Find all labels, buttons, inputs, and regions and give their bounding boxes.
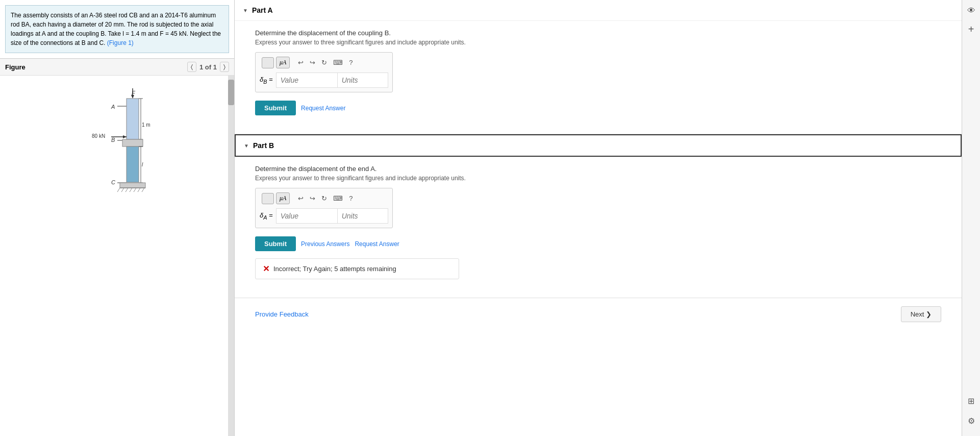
next-button[interactable]: Next ❯ <box>901 306 941 322</box>
svg-line-31 <box>142 188 144 192</box>
part-b-toolbar: μA ↩ ↪ ↻ ⌨ ? <box>260 192 388 204</box>
refresh-icon-b[interactable]: ↻ <box>319 193 329 203</box>
sidebar-eye-icon[interactable]: 👁 <box>965 4 977 17</box>
mu-button-a[interactable]: μA <box>276 57 290 68</box>
part-b-request-answer-link[interactable]: Request Answer <box>355 240 399 248</box>
matrix-button-b[interactable] <box>262 193 274 204</box>
svg-text:1 m: 1 m <box>142 122 150 128</box>
part-b-answer-container: μA ↩ ↪ ↻ ⌨ ? δA = <box>255 188 393 228</box>
part-b-input-row: δA = <box>260 208 388 224</box>
sidebar-settings-icon[interactable]: ⚙ <box>966 414 977 428</box>
help-icon-b[interactable]: ? <box>347 193 355 203</box>
redo-icon-a[interactable]: ↪ <box>308 58 317 67</box>
problem-text: The assembly consists of an A-36 steel r… <box>5 5 229 53</box>
matrix-button-a[interactable] <box>262 57 274 68</box>
part-b-units-input[interactable] <box>337 208 388 224</box>
part-a-label: Part A <box>252 6 273 14</box>
svg-rect-5 <box>127 99 139 139</box>
part-b-label: Part B <box>253 141 274 150</box>
figure-label: Figure <box>5 63 26 71</box>
svg-rect-15 <box>122 139 143 147</box>
part-b-instruction: Express your answer to three significant… <box>255 175 941 182</box>
svg-text:C: C <box>111 179 115 185</box>
part-b-submit-button[interactable]: Submit <box>255 236 296 251</box>
part-a-header[interactable]: ▼ Part A <box>235 0 962 21</box>
left-panel: The assembly consists of an A-36 steel r… <box>0 0 235 436</box>
figure-content: F A 80 kN 1 m <box>0 76 234 436</box>
part-b-section: ▼ Part B Determine the displacement of t… <box>235 134 962 298</box>
provide-feedback-button[interactable]: Provide Feedback <box>255 310 309 318</box>
part-a-action-row: Submit Request Answer <box>255 101 941 115</box>
part-a-input-row: δB = <box>260 72 388 88</box>
part-b-previous-answers-link[interactable]: Previous Answers <box>301 240 349 248</box>
part-a-input-label: δB = <box>260 76 273 85</box>
sidebar-grid-icon[interactable]: ⊞ <box>966 394 976 408</box>
part-a-instruction: Express your answer to three significant… <box>255 39 941 46</box>
keyboard-icon-a[interactable]: ⌨ <box>331 58 345 67</box>
figure-page: 1 of 1 <box>199 63 217 71</box>
svg-line-25 <box>117 188 120 192</box>
error-text: Incorrect; Try Again; 5 attempts remaini… <box>273 265 396 273</box>
figure-next-button[interactable]: 〉 <box>220 62 229 72</box>
svg-line-27 <box>125 188 128 192</box>
svg-rect-16 <box>127 147 139 182</box>
svg-text:80 kN: 80 kN <box>92 133 105 139</box>
redo-icon-b[interactable]: ↪ <box>308 193 317 203</box>
svg-marker-8 <box>123 135 127 138</box>
svg-line-28 <box>130 188 132 192</box>
undo-icon-b[interactable]: ↩ <box>296 193 306 203</box>
part-a-section: ▼ Part A Determine the displacement of t… <box>235 0 962 134</box>
figure-prev-button[interactable]: 〈 <box>187 62 196 72</box>
figure-nav: 〈 1 of 1 〉 <box>187 62 229 72</box>
part-b-error-message: ✕ Incorrect; Try Again; 5 attempts remai… <box>255 258 459 279</box>
error-icon: ✕ <box>263 264 269 274</box>
undo-icon-a[interactable]: ↩ <box>296 58 306 67</box>
svg-text:B: B <box>111 137 115 143</box>
figure-panel: Figure 〈 1 of 1 〉 F A <box>0 58 234 436</box>
mu-button-b[interactable]: μA <box>276 192 290 204</box>
keyboard-icon-b[interactable]: ⌨ <box>331 193 345 203</box>
svg-line-26 <box>121 188 124 192</box>
part-a-toolbar: μA ↩ ↪ ↻ ⌨ ? <box>260 57 388 68</box>
part-a-body: Determine the displacement of the coupli… <box>235 21 962 124</box>
part-a-submit-button[interactable]: Submit <box>255 101 296 115</box>
sidebar-bottom: ⊞ ⚙ <box>966 394 977 432</box>
part-b-header[interactable]: ▼ Part B <box>235 134 962 157</box>
bottom-actions: Provide Feedback Next ❯ <box>235 298 962 330</box>
part-b-body: Determine the displacement of the end A.… <box>235 157 962 287</box>
part-a-triangle: ▼ <box>243 8 248 13</box>
part-b-value-input[interactable] <box>276 208 337 224</box>
svg-text:l: l <box>142 162 143 167</box>
part-a-description: Determine the displacement of the coupli… <box>255 29 941 37</box>
part-b-input-label: δA = <box>260 211 273 221</box>
svg-marker-2 <box>131 95 134 99</box>
svg-line-29 <box>134 188 136 192</box>
svg-line-30 <box>138 188 140 192</box>
part-a-answer-container: μA ↩ ↪ ↻ ⌨ ? δB = <box>255 52 393 92</box>
svg-rect-23 <box>120 183 145 188</box>
main-panel: ▼ Part A Determine the displacement of t… <box>235 0 962 436</box>
figure-svg: F A 80 kN 1 m <box>71 86 163 203</box>
right-sidebar: 👁 + ⊞ ⚙ <box>962 0 980 436</box>
figure-link[interactable]: (Figure 1) <box>107 39 134 46</box>
part-b-description: Determine the displacement of the end A. <box>255 165 941 173</box>
svg-text:A: A <box>111 104 115 110</box>
figure-header: Figure 〈 1 of 1 〉 <box>0 59 234 76</box>
sidebar-plus-icon[interactable]: + <box>968 23 974 35</box>
part-b-triangle: ▼ <box>244 143 249 149</box>
figure-diagram: F A 80 kN 1 m <box>5 81 229 203</box>
help-icon-a[interactable]: ? <box>347 58 355 67</box>
refresh-icon-a[interactable]: ↻ <box>319 58 329 67</box>
part-a-request-answer-link[interactable]: Request Answer <box>301 105 345 112</box>
part-b-action-row: Submit Previous Answers Request Answer <box>255 236 941 251</box>
part-a-units-input[interactable] <box>337 72 388 88</box>
part-a-value-input[interactable] <box>276 72 337 88</box>
